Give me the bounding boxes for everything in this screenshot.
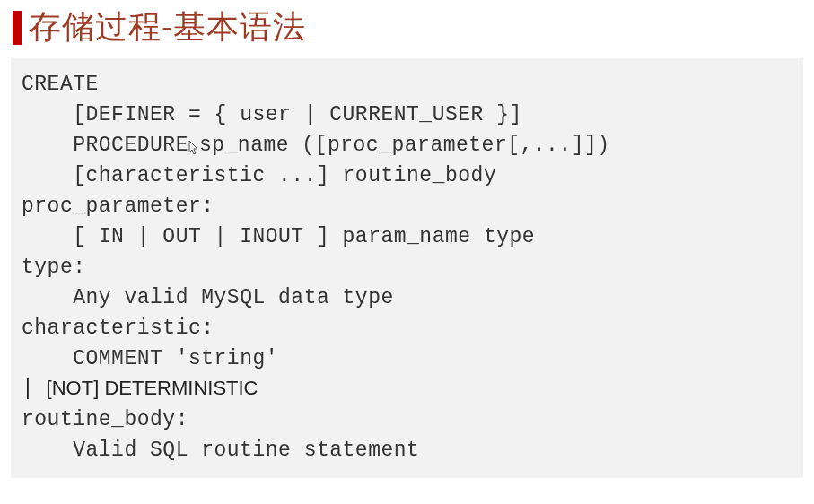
slide-title: 存储过程-基本语法 (29, 5, 306, 49)
code-line-6: proc_parameter: (22, 191, 792, 222)
not-deterministic-text: [NOT] DETERMINISTIC (47, 377, 258, 399)
code-line-11: COMMENT 'string' (22, 343, 792, 374)
code-line-3: PROCEDUREsp_name ([proc_parameter[,...]]… (22, 130, 792, 161)
code-line-7: [ IN | OUT | INOUT ] param_name type (22, 222, 792, 252)
code-line-14: Valid SQL routine statement (22, 435, 792, 465)
code-line-2: [DEFINER = { user | CURRENT_USER }] (22, 100, 792, 130)
code-line-4: [characteristic ...] routine_body (22, 161, 792, 191)
code-line-10: characteristic: (22, 313, 792, 343)
code-line-12: | [NOT] DETERMINISTIC (22, 374, 792, 404)
header-accent-bar (13, 11, 22, 45)
code-line-8: type: (22, 252, 792, 282)
code-line-1: CREATE (22, 69, 792, 100)
mouse-cursor-icon (188, 135, 200, 152)
code-line-3b: sp_name ([proc_parameter[,...]]) (199, 134, 610, 157)
code-line-3a: PROCEDURE (22, 134, 188, 157)
code-block: CREATE [DEFINER = { user | CURRENT_USER … (11, 58, 803, 478)
code-line-13: routine_body: (22, 404, 792, 435)
code-pipe: | (22, 378, 47, 401)
slide-header: 存储过程-基本语法 (0, 0, 814, 58)
code-line-9: Any valid MySQL data type (22, 282, 792, 313)
